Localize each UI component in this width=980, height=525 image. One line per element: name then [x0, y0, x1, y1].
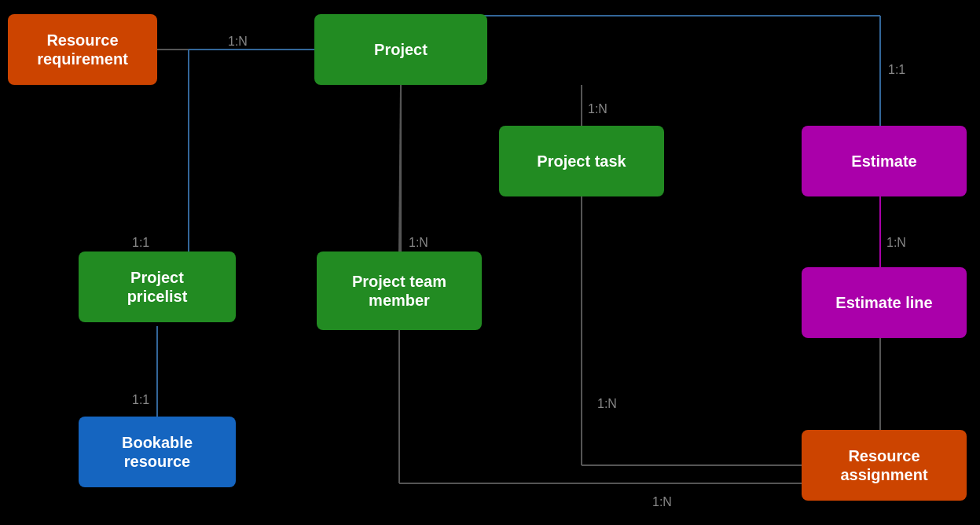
estimate-node: Estimate — [802, 126, 967, 196]
rel-project-pricelist: 1:1 — [132, 236, 149, 250]
rel-project-estimate: 1:1 — [888, 63, 905, 77]
rel-task-assignment: 1:N — [597, 397, 617, 411]
resource-requirement-label: Resource requirement — [37, 31, 128, 68]
resource-assignment-label: Resource assignment — [840, 446, 927, 484]
project-task-node: Project task — [499, 126, 664, 196]
estimate-line-node: Estimate line — [802, 267, 967, 338]
estimate-line-label: Estimate line — [835, 293, 932, 312]
project-task-label: Project task — [537, 152, 626, 171]
rel-req-project: 1:N — [228, 35, 248, 49]
project-label: Project — [374, 40, 428, 59]
rel-pricelist-bookable: 1:1 — [132, 393, 149, 407]
project-pricelist-node: Project pricelist — [79, 251, 236, 322]
rel-estimate-line: 1:N — [886, 236, 906, 250]
project-team-member-node: Project team member — [317, 251, 482, 330]
resource-assignment-node: Resource assignment — [802, 430, 967, 501]
project-team-member-label: Project team member — [352, 272, 446, 310]
diagram-container: 1:N 1:N 1:1 1:1 1:N 1:N 1:1 1:N 1:N Reso… — [0, 0, 980, 525]
project-node: Project — [314, 14, 487, 85]
bookable-resource-label: Bookable resource — [122, 433, 193, 471]
rel-project-task: 1:N — [588, 102, 607, 116]
project-pricelist-label: Project pricelist — [127, 268, 188, 306]
rel-project-team: 1:N — [409, 236, 428, 250]
svg-line-11 — [399, 85, 401, 251]
resource-requirement-node: Resource requirement — [8, 14, 157, 85]
rel-team-assignment: 1:N — [652, 495, 672, 509]
bookable-resource-node: Bookable resource — [79, 417, 236, 487]
estimate-label: Estimate — [851, 152, 916, 171]
